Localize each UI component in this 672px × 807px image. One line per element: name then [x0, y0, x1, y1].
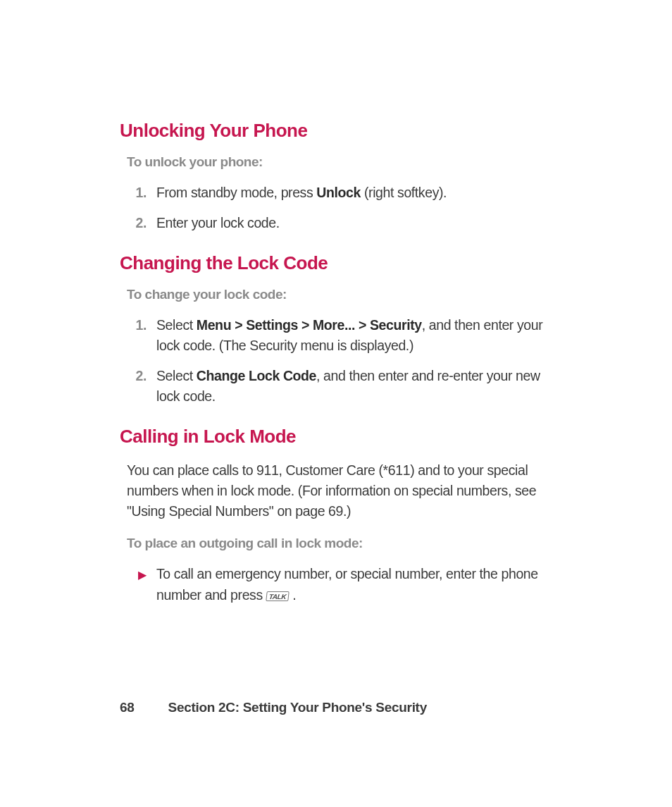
- list-item: 1. From standby mode, press Unlock (righ…: [127, 183, 552, 203]
- page-footer: 68 Section 2C: Setting Your Phone's Secu…: [120, 700, 427, 715]
- bold-text: Change Lock Code: [197, 368, 316, 383]
- step-number: 2.: [127, 366, 147, 386]
- body-paragraph: You can place calls to 911, Customer Car…: [127, 460, 552, 522]
- talk-key-icon: TALK: [266, 591, 290, 601]
- triangle-right-icon: ▶: [127, 567, 147, 584]
- step-text: Enter your lock code.: [156, 213, 552, 233]
- list-item: 2. Select Change Lock Code, and then ent…: [127, 366, 552, 407]
- bold-text: Menu > Settings > More... > Security: [197, 317, 422, 333]
- text-fragment: Select: [156, 368, 197, 383]
- unlock-steps-list: 1. From standby mode, press Unlock (righ…: [127, 183, 552, 234]
- subheading-to-unlock: To unlock your phone:: [127, 154, 552, 170]
- bullet-text: To call an emergency number, or special …: [156, 564, 552, 605]
- list-item: 1. Select Menu > Settings > More... > Se…: [127, 315, 552, 357]
- step-number: 1.: [127, 315, 147, 335]
- section-label: Section 2C: Setting Your Phone's Securit…: [168, 700, 427, 715]
- heading-changing-lock-code: Changing the Lock Code: [120, 252, 552, 274]
- step-text: Select Menu > Settings > More... > Secur…: [156, 315, 552, 357]
- text-fragment: Select: [156, 317, 197, 333]
- change-steps-list: 1. Select Menu > Settings > More... > Se…: [127, 315, 552, 407]
- step-number: 2.: [127, 213, 147, 233]
- text-fragment: .: [289, 587, 296, 603]
- text-fragment: To call an emergency number, or special …: [156, 566, 538, 602]
- step-number: 1.: [127, 183, 147, 203]
- list-item: 2. Enter your lock code.: [127, 213, 552, 233]
- list-item: ▶ To call an emergency number, or specia…: [127, 564, 552, 605]
- subheading-to-change: To change your lock code:: [127, 287, 552, 302]
- step-text: Select Change Lock Code, and then enter …: [156, 366, 552, 407]
- lockmode-bullet-list: ▶ To call an emergency number, or specia…: [127, 564, 552, 605]
- step-text: From standby mode, press Unlock (right s…: [156, 183, 552, 203]
- document-page: Unlocking Your Phone To unlock your phon…: [0, 0, 672, 807]
- heading-unlocking-your-phone: Unlocking Your Phone: [120, 120, 552, 142]
- text-fragment: From standby mode, press: [156, 185, 316, 200]
- heading-calling-in-lock-mode: Calling in Lock Mode: [120, 426, 552, 448]
- bold-text: Unlock: [316, 185, 361, 200]
- subheading-to-place-call: To place an outgoing call in lock mode:: [127, 536, 552, 551]
- text-fragment: (right softkey).: [361, 185, 447, 200]
- page-number: 68: [120, 700, 135, 715]
